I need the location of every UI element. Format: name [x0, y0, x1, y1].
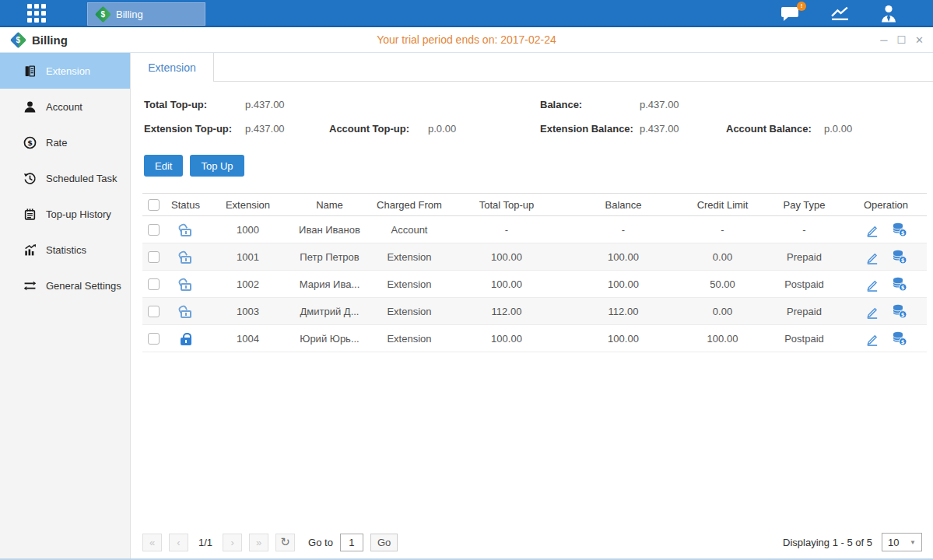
cell-charged-from: Extension: [370, 333, 448, 345]
close-icon[interactable]: ✕: [915, 35, 924, 45]
sidebar-item-scheduled-task[interactable]: Scheduled Task: [0, 160, 130, 196]
topup-icon[interactable]: $: [892, 249, 907, 264]
topup-icon[interactable]: $: [892, 276, 907, 292]
cell-total-topup: 100.00: [448, 278, 565, 290]
window-body: Extension Account $ Rate: [0, 53, 933, 558]
window-controls: ─ ☐ ✕: [880, 35, 924, 45]
col-name: Name: [289, 199, 370, 211]
cell-balance: -: [565, 224, 682, 236]
lock-icon[interactable]: [181, 256, 191, 264]
extension-topup-value: p.437.00: [245, 123, 329, 135]
topup-history-icon: [23, 208, 37, 221]
pagination-bar: « ‹ 1/1 › » ↻ Go to Go Displaying 1 - 5 …: [142, 533, 922, 551]
last-page-button[interactable]: »: [249, 534, 268, 551]
table-header: Status Extension Name Charged From Total…: [142, 193, 927, 216]
extension-balance-label: Extension Balance:: [540, 123, 640, 135]
col-credit-limit: Credit Limit: [682, 199, 763, 211]
maximize-icon[interactable]: ☐: [896, 35, 906, 45]
edit-button[interactable]: Edit: [144, 155, 183, 177]
tabstrip: Extension: [131, 53, 933, 82]
user-icon[interactable]: [879, 4, 898, 23]
edit-icon[interactable]: [865, 222, 879, 237]
cell-pay-type: -: [763, 224, 845, 236]
sidebar-item-label: Scheduled Task: [46, 173, 118, 184]
page-indicator: 1/1: [195, 537, 216, 548]
notifications-icon[interactable]: !: [780, 5, 801, 23]
cell-name: Петр Петров: [289, 251, 370, 263]
row-checkbox[interactable]: [148, 224, 160, 236]
cell-total-topup: 100.00: [448, 251, 565, 263]
extension-icon: [23, 65, 37, 78]
cell-charged-from: Extension: [370, 278, 448, 290]
sidebar-item-topup-history[interactable]: Top-up History: [0, 196, 130, 232]
topbar-icons: !: [780, 0, 898, 27]
sidebar-item-statistics[interactable]: Statistics: [0, 232, 130, 268]
row-checkbox[interactable]: [148, 306, 160, 317]
goto-page-input[interactable]: [340, 534, 363, 551]
cell-pay-type: Prepaid: [763, 251, 845, 263]
cell-extension: 1001: [207, 251, 289, 263]
row-checkbox[interactable]: [148, 333, 160, 345]
topbar-tab-billing[interactable]: $ Billing: [87, 2, 205, 26]
edit-icon[interactable]: [865, 277, 879, 292]
billing-window: $ Billing !: [0, 0, 933, 560]
col-pay-type: Pay Type: [763, 199, 845, 211]
page-size-select[interactable]: 10 ▼: [882, 533, 922, 551]
sidebar-item-account[interactable]: Account: [0, 89, 130, 124]
lock-icon[interactable]: [181, 310, 191, 318]
edit-icon[interactable]: [865, 304, 879, 319]
lock-icon[interactable]: [181, 283, 191, 291]
go-button[interactable]: Go: [370, 534, 398, 551]
topup-icon[interactable]: $: [892, 331, 907, 346]
select-all-checkbox[interactable]: [148, 199, 160, 211]
cell-extension: 1004: [207, 333, 289, 345]
balance-value: p.437.00: [640, 99, 679, 110]
cell-balance: 100.00: [565, 333, 682, 345]
tab-extension[interactable]: Extension: [131, 53, 214, 82]
cell-credit-limit: 0.00: [682, 306, 763, 317]
svg-text:$: $: [901, 339, 905, 345]
cell-extension: 1000: [207, 224, 289, 236]
sidebar: Extension Account $ Rate: [0, 53, 131, 558]
next-page-button[interactable]: ›: [223, 534, 242, 551]
account-topup-value: p.0.00: [428, 123, 456, 135]
row-checkbox[interactable]: [148, 251, 160, 263]
cell-total-topup: 100.00: [448, 333, 565, 345]
cell-balance: 112.00: [565, 306, 682, 317]
extension-balance-value: p.437.00: [640, 123, 726, 135]
prev-page-button[interactable]: ‹: [169, 534, 188, 551]
general-settings-icon: [23, 279, 37, 292]
sidebar-item-extension[interactable]: Extension: [0, 53, 130, 89]
topbar: $ Billing !: [0, 0, 933, 27]
col-balance: Balance: [565, 199, 682, 211]
row-checkbox[interactable]: [148, 278, 160, 290]
cell-extension: 1002: [207, 278, 289, 290]
sidebar-item-rate[interactable]: $ Rate: [0, 124, 130, 160]
rate-icon: $: [23, 136, 37, 149]
cell-name: Юрий Юрь...: [289, 333, 370, 345]
refresh-icon[interactable]: ↻: [275, 534, 295, 551]
app-grid-icon[interactable]: [27, 4, 46, 23]
sidebar-item-label: Extension: [46, 65, 90, 77]
cell-credit-limit: 50.00: [682, 278, 763, 290]
col-charged-from: Charged From: [370, 199, 448, 211]
extension-table: Status Extension Name Charged From Total…: [142, 193, 927, 352]
table-row: 1004 Юрий Юрь... Extension 100.00 100.00…: [142, 325, 927, 352]
sidebar-item-general-settings[interactable]: General Settings: [0, 268, 130, 303]
tab-label: Extension: [148, 61, 195, 74]
topup-icon[interactable]: $: [892, 303, 907, 319]
first-page-button[interactable]: «: [142, 534, 162, 551]
edit-icon[interactable]: [865, 250, 879, 264]
goto-label: Go to: [308, 537, 333, 548]
lock-icon[interactable]: [181, 229, 191, 236]
col-operation: Operation: [845, 199, 927, 211]
resource-monitor-icon[interactable]: [830, 5, 850, 22]
lock-icon[interactable]: [181, 338, 191, 345]
edit-icon[interactable]: [865, 331, 879, 346]
minimize-icon[interactable]: ─: [880, 35, 887, 45]
table-row: 1000 Иван Иванов Account - - - -: [142, 216, 927, 243]
cell-name: Мария Ива...: [289, 278, 370, 290]
top-up-button[interactable]: Top Up: [190, 155, 244, 177]
cell-credit-limit: 0.00: [682, 251, 763, 263]
topup-icon[interactable]: $: [892, 222, 907, 237]
